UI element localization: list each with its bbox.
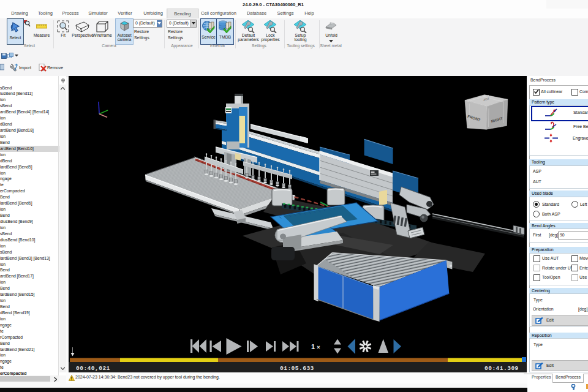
svg-text:00:41.309: 00:41.309 [484, 365, 519, 372]
svg-text:1 ×: 1 × [311, 343, 320, 350]
svg-text:01:05.633: 01:05.633 [280, 365, 314, 372]
svg-text:00:40,021: 00:40,021 [76, 365, 110, 372]
